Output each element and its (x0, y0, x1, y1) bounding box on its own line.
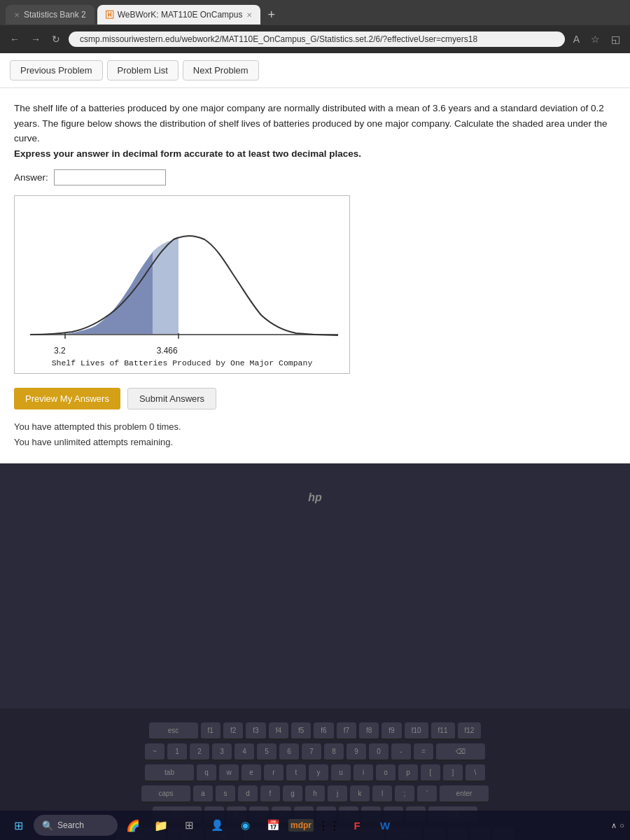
answer-label: Answer: (14, 172, 48, 183)
key-2: 2 (190, 743, 209, 761)
problem-area: The shelf life of a batteries produced b… (0, 88, 630, 463)
key-f2: f2 (223, 722, 243, 740)
key-f5: f5 (291, 722, 311, 740)
key-tilde: ~ (145, 743, 164, 761)
close-icon-active[interactable]: ✕ (246, 11, 252, 19)
key-f12: f12 (458, 722, 482, 740)
edge-icon: ◉ (241, 819, 250, 832)
taskbar-f-icon[interactable]: F (344, 813, 370, 838)
key-bracket-l: [ (421, 764, 440, 782)
key-3: 3 (212, 743, 232, 761)
chart-x2-label: 3.466 (157, 346, 178, 356)
tab-label-active: WeBWorK: MAT110E OnCampus (118, 10, 243, 20)
chart-caption: Shelf Lives of Batteries Produced by One… (23, 358, 341, 368)
search-label: Search (57, 820, 84, 830)
font-size-button[interactable]: A (570, 32, 582, 46)
key-6: 6 (279, 743, 299, 761)
back-button[interactable]: ← (7, 32, 22, 46)
key-1: 1 (167, 743, 187, 761)
key-e: e (241, 764, 261, 782)
grid-icon: ⋮⋮ (318, 819, 340, 832)
app-icon: mdpr (288, 819, 314, 832)
taskbar-person-icon[interactable]: 👤 (204, 813, 230, 838)
submit-answers-button[interactable]: Submit Answers (127, 388, 216, 410)
attempt-line2: You have unlimited attempts remaining. (14, 435, 616, 450)
reload-button[interactable]: ↻ (49, 32, 63, 46)
preview-answers-button[interactable]: Preview My Answers (14, 388, 120, 410)
previous-problem-button[interactable]: Previous Problem (10, 60, 103, 80)
key-f7: f7 (337, 722, 356, 740)
forward-button[interactable]: → (28, 32, 43, 46)
taskbar-calendar-icon[interactable]: 📅 (260, 813, 286, 838)
windows-start-button[interactable]: ⊞ (6, 813, 31, 838)
key-backspace: ⌫ (436, 743, 485, 761)
key-f11: f11 (431, 722, 455, 740)
keyboard-row-qwerty: tab q w e r t y u i o p [ ] \ (21, 764, 609, 782)
problem-instruction: Express your answer in decimal form accu… (14, 148, 361, 159)
favorite-button[interactable]: ☆ (588, 32, 603, 46)
tab-bar: ✕ Statistics Bank 2 🅆 WeBWorK: MAT110E O… (0, 0, 630, 25)
key-d: d (238, 785, 258, 803)
taskbar-grid-icon[interactable]: ⋮⋮ (316, 813, 342, 838)
key-minus: - (391, 743, 411, 761)
key-9: 9 (346, 743, 366, 761)
browser-chrome: ✕ Statistics Bank 2 🅆 WeBWorK: MAT110E O… (0, 0, 630, 53)
key-bracket-r: ] (443, 764, 463, 782)
taskbar-file-icon[interactable]: 📁 (148, 813, 174, 838)
key-esc: esc (149, 722, 198, 740)
windows-icon: ⊞ (14, 819, 23, 832)
chevron-up-icon[interactable]: ∧ (611, 821, 617, 830)
taskbar-right-area: ∧ ○ (611, 821, 624, 830)
key-a: a (193, 785, 213, 803)
notification-icon[interactable]: ○ (620, 821, 624, 830)
key-caps: caps (141, 785, 190, 803)
folder-icon: 📁 (154, 819, 168, 832)
keyboard-row-numbers: ~ 1 2 3 4 5 6 7 8 9 0 - = ⌫ (21, 743, 609, 761)
key-equals: = (414, 743, 433, 761)
taskbar-colorful-icon[interactable]: 🌈 (120, 813, 146, 838)
taskbar-muted-icon[interactable]: mdpr (288, 813, 314, 838)
tab-webwork[interactable]: 🅆 WeBWorK: MAT110E OnCampus ✕ (97, 5, 261, 24)
webwork-icon: 🅆 (106, 10, 113, 19)
key-o: o (376, 764, 396, 782)
close-icon[interactable]: ✕ (14, 11, 20, 19)
url-input[interactable] (69, 31, 565, 47)
keyboard-row-1: esc f1 f2 f3 f4 f5 f6 f7 f8 f9 f10 f11 f… (21, 722, 609, 740)
color-wheel-icon: 🌈 (126, 819, 140, 832)
taskbar-terminal-icon[interactable]: ⊞ (176, 813, 202, 838)
chart-container: 3.2 3.466 Shelf Lives of Batteries Produ… (14, 195, 350, 374)
address-bar: ← → ↻ A ☆ ◱ (0, 25, 630, 53)
key-h: h (305, 785, 325, 803)
page-content: Previous Problem Problem List Next Probl… (0, 53, 630, 463)
answer-input[interactable] (54, 169, 166, 186)
taskbar-search[interactable]: 🔍 Search (34, 815, 118, 836)
laptop-bezel: hp (0, 463, 630, 708)
key-p: p (398, 764, 418, 782)
taskbar: ⊞ 🔍 Search 🌈 📁 ⊞ 👤 ◉ 📅 mdpr ⋮⋮ F W ∧ ○ (0, 811, 630, 840)
problem-list-button[interactable]: Problem List (107, 60, 178, 80)
attempt-info: You have attempted this problem 0 times.… (14, 419, 616, 450)
key-backslash: \ (465, 764, 485, 782)
taskbar-word-icon[interactable]: W (372, 813, 398, 838)
key-u: u (331, 764, 351, 782)
key-j: j (328, 785, 347, 803)
key-q: q (197, 764, 216, 782)
hp-logo: hp (308, 491, 322, 504)
next-problem-button[interactable]: Next Problem (183, 60, 259, 80)
new-tab-button[interactable]: + (263, 8, 279, 22)
search-icon: 🔍 (42, 820, 53, 831)
key-4: 4 (234, 743, 254, 761)
key-y: y (309, 764, 328, 782)
key-0: 0 (369, 743, 388, 761)
terminal-icon: ⊞ (185, 819, 194, 832)
key-f3: f3 (246, 722, 265, 740)
new-window-button[interactable]: ◱ (608, 32, 623, 46)
action-buttons: Preview My Answers Submit Answers (14, 388, 616, 410)
tab-statistics-bank[interactable]: ✕ Statistics Bank 2 (6, 5, 94, 24)
key-7: 7 (302, 743, 321, 761)
taskbar-browser-icon[interactable]: ◉ (232, 813, 258, 838)
svg-rect-0 (23, 204, 338, 358)
chart-x1-label: 3.2 (54, 346, 66, 356)
key-enter: enter (440, 785, 489, 803)
key-i: i (354, 764, 373, 782)
